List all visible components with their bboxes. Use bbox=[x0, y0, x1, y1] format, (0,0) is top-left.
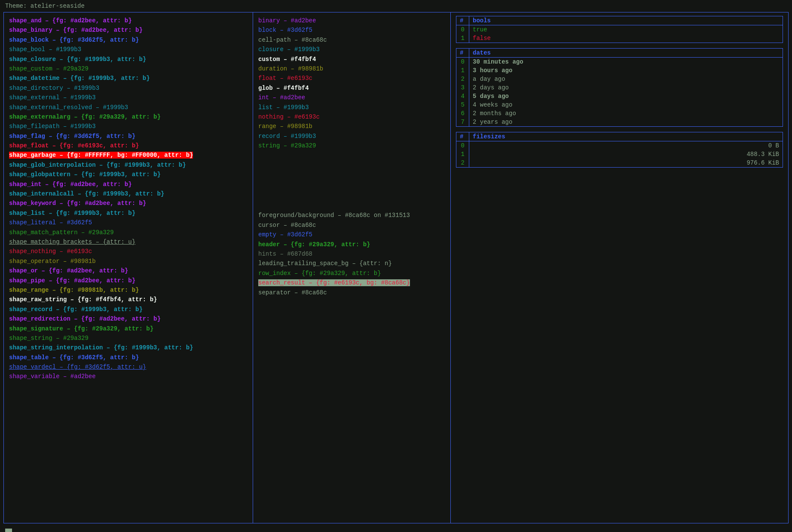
list-item: int – #ad2bee bbox=[258, 93, 445, 102]
filesize-value: 0 B bbox=[469, 141, 783, 150]
row-num: 2 bbox=[456, 75, 469, 83]
list-item: shape_bool – #1999b3 bbox=[9, 45, 248, 54]
table-row: 7 2 years ago bbox=[456, 118, 783, 127]
list-item: shape_directory – #1999b3 bbox=[9, 83, 248, 93]
date-value: 4 weeks ago bbox=[469, 101, 783, 109]
list-item: range – #98981b bbox=[258, 122, 445, 131]
list-item: record – #1999b3 bbox=[258, 131, 445, 141]
row-num: 7 bbox=[456, 118, 469, 127]
row-num: 1 bbox=[456, 150, 469, 159]
date-value: 2 months ago bbox=[469, 109, 783, 118]
table-row: 6 2 months ago bbox=[456, 109, 783, 118]
list-item: float – #e6193c bbox=[258, 73, 445, 83]
list-item: glob – #f4fbf4 bbox=[258, 83, 445, 93]
list-item: shape_filepath – #1999b3 bbox=[9, 122, 248, 131]
table-row: 0 0 B bbox=[456, 141, 783, 150]
filesizes-col-val: filesizes bbox=[469, 132, 783, 141]
date-value: 2 days ago bbox=[469, 83, 783, 92]
list-item: shape_table – {fg: #3d62f5, attr: b} bbox=[9, 353, 248, 362]
table-row: 1 3 hours ago bbox=[456, 66, 783, 75]
list-item-search: search_result – {fg: #e6193c, bg: #8ca68… bbox=[258, 278, 445, 287]
row-num: 0 bbox=[456, 58, 469, 67]
row-num: 3 bbox=[456, 83, 469, 92]
list-item: shape_vardecl – {fg: #3d62f5, attr: u} bbox=[9, 362, 248, 372]
table-row: 2 a day ago bbox=[456, 75, 783, 83]
date-value: 3 hours ago bbox=[469, 66, 783, 75]
main-container: shape_and – {fg: #ad2bee, attr: b} shape… bbox=[3, 12, 789, 523]
list-item: shape_redirection – {fg: #ad2bee, attr: … bbox=[9, 314, 248, 324]
list-item: list – #1999b3 bbox=[258, 103, 445, 112]
list-item: hints – #687d68 bbox=[258, 249, 445, 259]
list-item: binary – #ad2bee bbox=[258, 16, 445, 25]
theme-label: Theme: atelier-seaside bbox=[0, 0, 792, 12]
row-num: 5 bbox=[456, 101, 469, 109]
row-num: 6 bbox=[456, 109, 469, 118]
bools-table: # bools 0 true 1 false bbox=[456, 16, 783, 43]
list-item: shape_and – {fg: #ad2bee, attr: b} bbox=[9, 16, 248, 25]
row-num: 0 bbox=[456, 25, 469, 34]
table-row: 4 5 days ago bbox=[456, 92, 783, 101]
list-item: shape_custom – #29a329 bbox=[9, 64, 248, 73]
list-item: shape_flag – {fg: #3d62f5, attr: b} bbox=[9, 131, 248, 141]
mid-column: binary – #ad2bee block – #3d62f5 cell-pa… bbox=[253, 12, 451, 523]
date-value: a day ago bbox=[469, 75, 783, 83]
filesizes-col-num: # bbox=[456, 132, 469, 141]
list-item: custom – #f4fbf4 bbox=[258, 55, 445, 64]
list-item: shape_literal – #3d62f5 bbox=[9, 218, 248, 227]
list-item: shape_string – #29a329 bbox=[9, 333, 248, 343]
bool-value: false bbox=[469, 34, 783, 43]
list-item: shape_globpattern – {fg: #1999b3, attr: … bbox=[9, 170, 248, 179]
list-item: shape_range – {fg: #98981b, attr: b} bbox=[9, 285, 248, 295]
list-item: shape_operator – #98981b bbox=[9, 257, 248, 266]
list-item: shape_glob_interpolation – {fg: #1999b3,… bbox=[9, 160, 248, 170]
row-num: 4 bbox=[456, 92, 469, 101]
list-item: shape_external – #1999b3 bbox=[9, 93, 248, 102]
list-item: header – {fg: #29a329, attr: b} bbox=[258, 240, 445, 249]
date-value: 2 years ago bbox=[469, 118, 783, 127]
list-item: shape_list – {fg: #1999b3, attr: b} bbox=[9, 208, 248, 218]
list-item: string – #29a329 bbox=[258, 141, 445, 150]
date-value: 5 days ago bbox=[469, 92, 783, 101]
list-item: shape_record – {fg: #1999b3, attr: b} bbox=[9, 305, 248, 314]
list-item: shape_nothing – #e6193c bbox=[9, 247, 248, 256]
list-item: shape_matching_brackets – {attr: u} bbox=[9, 237, 248, 247]
bools-col-num: # bbox=[456, 16, 469, 25]
list-item: closure – #1999b3 bbox=[258, 45, 445, 54]
filesize-value: 488.3 KiB bbox=[469, 150, 783, 159]
bools-col-val: bools bbox=[469, 16, 783, 25]
left-column: shape_and – {fg: #ad2bee, attr: b} shape… bbox=[4, 12, 253, 523]
table-row: 0 30 minutes ago bbox=[456, 58, 783, 67]
list-item: shape_match_pattern – #29a329 bbox=[9, 228, 248, 237]
list-item: shape_signature – {fg: #29a329, attr: b} bbox=[9, 324, 248, 333]
dates-col-val: dates bbox=[469, 49, 783, 58]
dates-table: # dates 0 30 minutes ago 1 3 hours ago 2… bbox=[456, 48, 783, 127]
table-row: 0 true bbox=[456, 25, 783, 34]
row-num: 0 bbox=[456, 141, 469, 150]
table-row: 5 4 weeks ago bbox=[456, 101, 783, 109]
cursor-indicator bbox=[0, 527, 792, 532]
list-item: shape_string_interpolation – {fg: #1999b… bbox=[9, 343, 248, 352]
dates-col-num: # bbox=[456, 49, 469, 58]
list-item: duration – #98981b bbox=[258, 64, 445, 73]
table-row: 1 488.3 KiB bbox=[456, 150, 783, 159]
date-value: 30 minutes ago bbox=[469, 58, 783, 67]
list-item: shape_closure – {fg: #1999b3, attr: b} bbox=[9, 55, 248, 64]
list-item: shape_datetime – {fg: #1999b3, attr: b} bbox=[9, 73, 248, 83]
list-item: shape_keyword – {fg: #ad2bee, attr: b} bbox=[9, 199, 248, 208]
list-item: separator – #8ca68c bbox=[258, 288, 445, 297]
filesize-value: 976.6 KiB bbox=[469, 159, 783, 168]
list-item: shape_binary – {fg: #ad2bee, attr: b} bbox=[9, 25, 248, 35]
list-item: shape_int – {fg: #ad2bee, attr: b} bbox=[9, 180, 248, 189]
list-item: nothing – #e6193c bbox=[258, 112, 445, 122]
table-row: 3 2 days ago bbox=[456, 83, 783, 92]
list-item: shape_raw_string – {fg: #f4fbf4, attr: b… bbox=[9, 295, 248, 304]
list-item: shape_external_resolved – #1999b3 bbox=[9, 103, 248, 112]
list-item-garbage: shape_garbage – {fg: #FFFFFF, bg: #FF000… bbox=[9, 150, 248, 160]
row-num: 1 bbox=[456, 66, 469, 75]
list-item: shape_float – {fg: #e6193c, attr: b} bbox=[9, 141, 248, 150]
row-num: 2 bbox=[456, 159, 469, 168]
bool-value: true bbox=[469, 25, 783, 34]
list-item: shape_pipe – {fg: #ad2bee, attr: b} bbox=[9, 276, 248, 285]
filesizes-table: # filesizes 0 0 B 1 488.3 KiB 2 976.6 Ki… bbox=[456, 132, 783, 168]
list-item: shape_internalcall – {fg: #1999b3, attr:… bbox=[9, 189, 248, 199]
